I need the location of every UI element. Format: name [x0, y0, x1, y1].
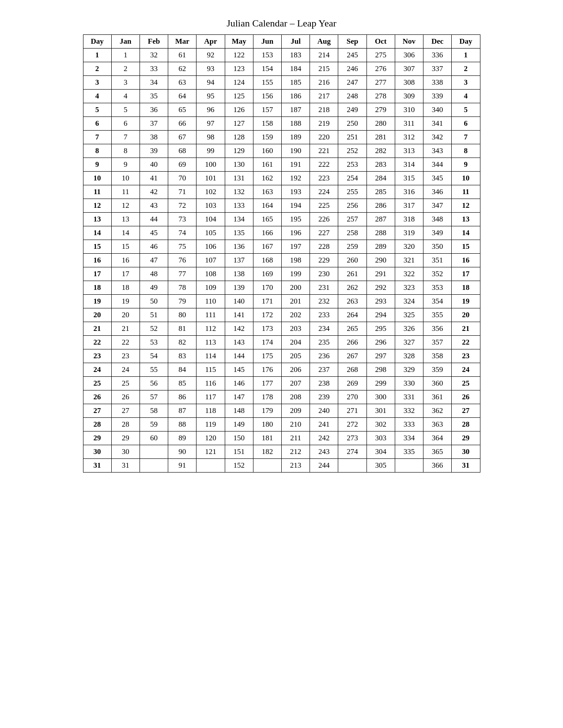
table-cell: 268: [338, 363, 367, 377]
table-cell: 281: [367, 131, 395, 144]
table-cell: 29: [83, 432, 111, 445]
table-cell: 123: [225, 62, 253, 76]
table-cell: 17: [111, 267, 140, 281]
table-cell: 280: [367, 117, 395, 131]
table-cell: 320: [395, 240, 423, 254]
col-header-aug: Aug: [310, 35, 338, 49]
table-cell: 41: [140, 172, 168, 185]
table-row: 1515467510613616719722825928932035015: [83, 240, 480, 254]
table-cell: 317: [395, 199, 423, 213]
table-cell: 2: [83, 62, 111, 76]
table-cell: 57: [140, 390, 168, 404]
table-cell: 335: [395, 445, 423, 459]
table-cell: 239: [310, 390, 338, 404]
table-cell: 204: [281, 336, 310, 349]
table-cell: 274: [338, 445, 367, 459]
table-cell: 113: [196, 336, 225, 349]
table-cell: 29: [111, 432, 140, 445]
table-cell: 124: [225, 76, 253, 90]
table-cell: 228: [310, 240, 338, 254]
table-cell: 127: [225, 117, 253, 131]
table-cell: 109: [196, 281, 225, 295]
table-cell: 48: [140, 267, 168, 281]
table-cell: 282: [367, 144, 395, 158]
table-cell: 364: [423, 432, 452, 445]
table-row: 2828598811914918021024127230233336328: [83, 418, 480, 432]
table-cell: 334: [395, 432, 423, 445]
table-cell: 249: [338, 103, 367, 117]
table-cell: 223: [310, 172, 338, 185]
table-cell: 173: [253, 322, 281, 336]
table-cell: 295: [367, 322, 395, 336]
table-row: 223362931231541842152462763073372: [83, 62, 480, 76]
table-cell: 242: [310, 432, 338, 445]
table-cell: 182: [253, 445, 281, 459]
table-cell: 148: [225, 404, 253, 418]
table-cell: 327: [395, 336, 423, 349]
table-cell: 325: [395, 308, 423, 322]
table-cell: 22: [452, 336, 480, 349]
table-cell: 155: [253, 76, 281, 90]
table-cell: 232: [310, 295, 338, 308]
table-cell: 179: [253, 404, 281, 418]
table-cell: 26: [83, 390, 111, 404]
table-cell: 314: [395, 158, 423, 172]
table-cell: 105: [196, 226, 225, 240]
table-cell: 73: [168, 213, 196, 226]
table-cell: 39: [140, 144, 168, 158]
table-cell: 338: [423, 76, 452, 90]
table-cell: 59: [140, 418, 168, 432]
table-cell: 259: [338, 240, 367, 254]
table-cell: 332: [395, 404, 423, 418]
table-cell: 238: [310, 377, 338, 390]
table-cell: 315: [395, 172, 423, 185]
table-cell: 231: [310, 281, 338, 295]
table-cell: 160: [253, 144, 281, 158]
table-cell: 277: [367, 76, 395, 90]
table-cell: 262: [338, 281, 367, 295]
table-cell: 121: [196, 445, 225, 459]
table-cell: 256: [338, 199, 367, 213]
table-cell: 96: [196, 103, 225, 117]
table-cell: 135: [225, 226, 253, 240]
table-cell: 104: [196, 213, 225, 226]
col-header-jan: Jan: [111, 35, 140, 49]
table-cell: 189: [281, 131, 310, 144]
table-cell: 12: [452, 199, 480, 213]
table-cell: 42: [140, 185, 168, 199]
table-cell: 32: [140, 49, 168, 62]
table-cell: 26: [111, 390, 140, 404]
table-cell: 348: [423, 213, 452, 226]
table-cell: 3: [111, 76, 140, 90]
col-header-jul: Jul: [281, 35, 310, 49]
table-cell: 102: [196, 185, 225, 199]
table-cell: 264: [338, 308, 367, 322]
table-cell: 273: [338, 432, 367, 445]
table-cell: 352: [423, 267, 452, 281]
table-row: 1212437210313316419422525628631734712: [83, 199, 480, 213]
table-cell: 191: [281, 158, 310, 172]
table-cell: 150: [225, 432, 253, 445]
table-cell: 267: [338, 349, 367, 363]
table-cell: 177: [253, 377, 281, 390]
table-cell: 359: [423, 363, 452, 377]
table-cell: 137: [225, 254, 253, 267]
table-cell: 219: [310, 117, 338, 131]
table-cell: 7: [83, 131, 111, 144]
table-cell: 226: [310, 213, 338, 226]
table-cell: 31: [452, 459, 480, 473]
table-row: 30309012115118221224327430433536530: [83, 445, 480, 459]
table-cell: 170: [253, 281, 281, 295]
table-cell: 208: [281, 390, 310, 404]
table-cell: 8: [83, 144, 111, 158]
table-cell: 24: [452, 363, 480, 377]
table-cell: 22: [83, 336, 111, 349]
table-cell: 220: [310, 131, 338, 144]
table-cell: 54: [140, 349, 168, 363]
table-cell: 289: [367, 240, 395, 254]
table-row: 113261921221531832142452753063361: [83, 49, 480, 62]
table-cell: 306: [395, 49, 423, 62]
table-cell: 339: [423, 90, 452, 103]
table-cell: 116: [196, 377, 225, 390]
table-cell: 65: [168, 103, 196, 117]
